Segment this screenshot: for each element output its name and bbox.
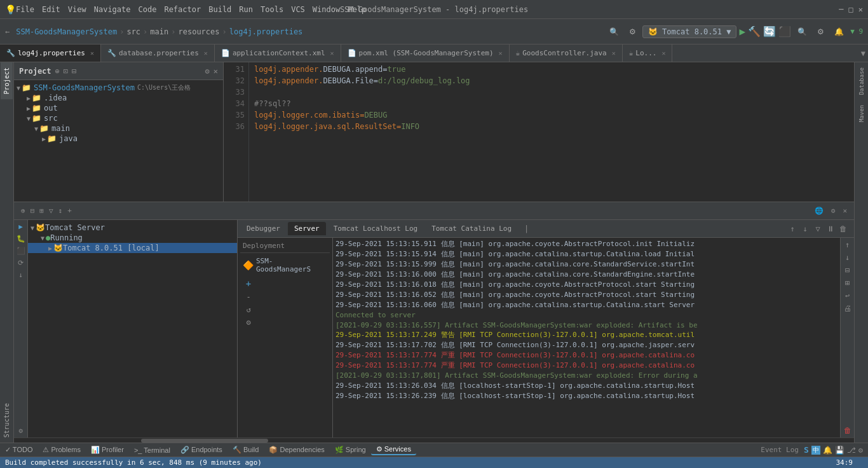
vtab-maven[interactable]: Maven	[856, 100, 867, 127]
catalina-log-tab[interactable]: Tomcat Catalina Log	[425, 222, 518, 235]
expand-all-button[interactable]: ⊕	[19, 206, 27, 216]
settings-button[interactable]: ⚙	[625, 26, 640, 38]
build-button[interactable]: 🔨	[748, 25, 761, 38]
run-service-button[interactable]: ▶	[15, 221, 27, 232]
menu-edit[interactable]: Edit	[42, 5, 60, 14]
tomcat-server-node[interactable]: ▼ 🐱 Tomcat Server	[28, 223, 237, 233]
profiler-tab[interactable]: 📊 Profiler	[86, 445, 129, 455]
notifications-button[interactable]: 🔔	[831, 26, 848, 38]
tab-close-icon[interactable]: ✕	[661, 50, 665, 57]
close-button[interactable]: ✕	[858, 5, 863, 14]
vtab-database[interactable]: Database	[856, 62, 867, 100]
code-content[interactable]: log4j.appender.DEBUGA.append=true log4j.…	[249, 62, 854, 202]
panel-icon-3[interactable]: ⊟	[72, 67, 76, 76]
server-tab[interactable]: Server	[288, 222, 326, 235]
clear-log-button[interactable]: 🗑	[842, 425, 853, 436]
add-service-button[interactable]: +	[65, 206, 74, 216]
tabs-overflow-button[interactable]: ▼	[861, 49, 865, 58]
stop-service-button[interactable]: ⬛	[15, 245, 27, 256]
terminal-tab[interactable]: >_ Terminal	[129, 446, 175, 455]
refresh-deploy-button[interactable]: ↺	[243, 304, 254, 315]
scroll-bottom-button[interactable]: ↓	[799, 223, 811, 235]
memory-icon[interactable]: 💾	[835, 446, 844, 455]
services-close-icon[interactable]: ✕	[841, 206, 849, 216]
debugger-tab[interactable]: Debugger	[240, 222, 287, 235]
sort-button[interactable]: ↕	[57, 206, 65, 216]
print-button[interactable]: 🖨	[842, 303, 853, 314]
tree-src[interactable]: ▼ 📁 src	[14, 113, 223, 123]
settings-icon-bottom[interactable]: ⚙	[858, 446, 863, 455]
menu-run[interactable]: Run	[239, 5, 253, 14]
running-node[interactable]: ▼ ● Running	[28, 233, 237, 243]
horizontal-scrollbar[interactable]	[14, 437, 854, 443]
group-button[interactable]: ⊞	[37, 206, 46, 216]
menu-view[interactable]: View	[68, 5, 86, 14]
menu-tools[interactable]: Tools	[261, 5, 283, 14]
maximize-button[interactable]: □	[849, 5, 853, 14]
tab-pom[interactable]: 📄 pom.xml (SSM-GoodsManagerSystem) ✕	[341, 45, 510, 62]
tree-java[interactable]: ▶ 📁 java	[14, 134, 223, 144]
scroll-up-button[interactable]: ↑	[842, 239, 853, 251]
deployment-item[interactable]: 🔶 SSM-GoodsManagerS	[240, 256, 330, 275]
filter-output-button[interactable]: ▽	[812, 223, 824, 235]
tab-close-icon[interactable]: ✕	[612, 50, 616, 57]
panel-icon-1[interactable]: ⊕	[55, 67, 60, 76]
pause-output-button[interactable]: ⏸	[825, 223, 836, 235]
endpoints-tab[interactable]: 🔗 Endpoints	[175, 445, 227, 455]
services-tab[interactable]: ⚙ Services	[371, 444, 416, 455]
run-button[interactable]: ▶	[739, 25, 745, 38]
panel-close-icon[interactable]: ✕	[214, 67, 218, 76]
git-icon[interactable]: ⎇	[847, 446, 856, 455]
tab-lo[interactable]: ☕ Lo... ✕	[623, 45, 673, 62]
todo-tab[interactable]: ✓ TODO	[0, 445, 37, 455]
collapse-lines-button[interactable]: ⊟	[842, 265, 853, 276]
menu-vcs[interactable]: VCS	[291, 5, 305, 14]
update-button[interactable]: 🔄	[763, 25, 776, 38]
settings-service-button[interactable]: ⚙	[15, 425, 27, 436]
search-button[interactable]: 🔍	[606, 26, 623, 38]
breadcrumb-src[interactable]: src	[126, 27, 140, 36]
tree-main[interactable]: ▼ 📁 main	[14, 123, 223, 134]
bell-icon[interactable]: 🔔	[823, 446, 832, 455]
vtab-structure[interactable]: Structure	[1, 398, 13, 443]
deploy-button[interactable]: +	[243, 277, 254, 290]
tree-root[interactable]: ▼ 📁 SSM-GoodsManagerSystem C:\Users\王会格	[14, 83, 223, 93]
tree-out[interactable]: ▶ 📁 out	[14, 103, 223, 113]
gear-button[interactable]: ⚙	[813, 26, 828, 38]
menu-file[interactable]: File	[16, 5, 34, 14]
services-settings-icon[interactable]: ⚙	[829, 206, 837, 216]
tab-close-icon[interactable]: ✕	[330, 50, 334, 57]
tab-close-icon[interactable]: ✕	[90, 50, 94, 57]
expand-lines-button[interactable]: ⊞	[842, 277, 853, 289]
tab-log4j[interactable]: 🔧 log4j.properties ✕	[0, 45, 101, 62]
breadcrumb-resources[interactable]: resources	[178, 27, 219, 36]
filter-button[interactable]: ▽	[47, 206, 55, 216]
wrap-button[interactable]: ↩	[842, 290, 853, 301]
tab-goodscontroller[interactable]: ☕ GoodsController.java ✕	[510, 45, 623, 62]
tab-close-icon[interactable]: ✕	[499, 50, 503, 57]
resume-button[interactable]: ⟳	[15, 258, 27, 268]
menu-build[interactable]: Build	[208, 5, 231, 14]
menu-refactor[interactable]: Refactor	[164, 5, 201, 14]
deploy-config-button[interactable]: ⚙	[243, 317, 254, 328]
localhost-log-tab[interactable]: Tomcat Localhost Log	[327, 222, 424, 235]
find-button[interactable]: 🔍	[794, 26, 811, 38]
back-icon[interactable]: ←	[5, 27, 10, 36]
debug-service-button[interactable]: 🐛	[15, 233, 27, 244]
stop-button[interactable]: ⬛	[778, 25, 791, 38]
undeploy-button[interactable]: -	[243, 291, 254, 303]
breadcrumb-file[interactable]: log4j.properties	[229, 27, 303, 36]
error-count[interactable]: ▼ 9	[850, 27, 863, 36]
collapse-all-button[interactable]: ⊟	[29, 206, 37, 216]
vtab-project[interactable]: Project	[1, 62, 13, 99]
breadcrumb-project[interactable]: SSM-GoodsManagerSystem	[16, 27, 117, 36]
services-globe-icon[interactable]: 🌐	[813, 206, 825, 216]
breadcrumb-main[interactable]: main	[150, 27, 168, 36]
spring-tab[interactable]: 🌿 Spring	[330, 445, 371, 455]
event-log-button[interactable]: Event Log	[761, 446, 804, 454]
tomcat-instance-node[interactable]: ▶ 🐱 Tomcat 8.0.51 [local]	[28, 243, 237, 253]
clear-output-button[interactable]: 🗑	[837, 223, 849, 235]
dependencies-tab[interactable]: 📦 Dependencies	[264, 445, 329, 455]
minimize-button[interactable]: ─	[839, 5, 843, 14]
scrollbar-thumb[interactable]	[141, 439, 268, 443]
